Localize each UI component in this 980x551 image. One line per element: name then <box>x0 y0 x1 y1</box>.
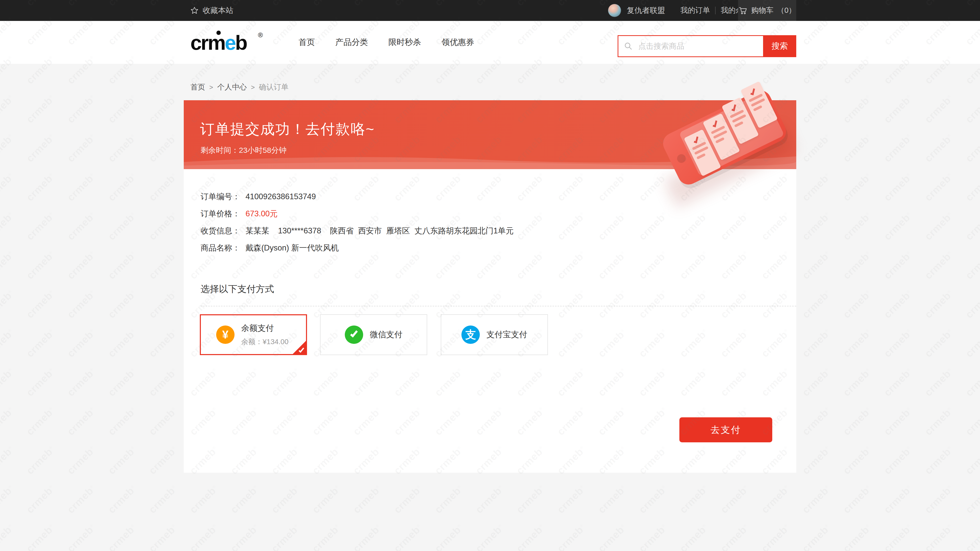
site-logo[interactable]: crmeb ® <box>190 30 257 56</box>
favorite-site-label: 收藏本站 <box>203 5 233 16</box>
order-price-label: 订单价格： <box>200 208 245 219</box>
payment-method-wechat[interactable]: 微信支付 <box>320 314 427 355</box>
registered-mark: ® <box>258 31 263 39</box>
order-price-value: 673.00元 <box>245 208 278 219</box>
nav-flash-sale[interactable]: 限时秒杀 <box>388 37 421 48</box>
payment-method-balance[interactable]: ¥ 余额支付 余额：¥134.00 <box>200 314 307 355</box>
cart-icon <box>738 6 748 15</box>
user-avatar[interactable] <box>608 4 621 17</box>
search-button[interactable]: 搜索 <box>763 35 796 57</box>
shipping-info-label: 收货信息： <box>200 225 245 236</box>
star-icon <box>190 6 199 14</box>
order-number-value: 4100926386153749 <box>245 192 316 201</box>
breadcrumb: 首页 > 个人中心 > 确认订单 <box>190 82 288 92</box>
yuan-coin-icon: ¥ <box>216 326 234 344</box>
my-orders-link[interactable]: 我的订单 <box>680 5 710 16</box>
username[interactable]: 复仇者联盟 <box>627 5 665 16</box>
main-nav: 首页 产品分类 限时秒杀 领优惠券 <box>299 21 474 64</box>
order-result-card: 订单提交成功！去付款咯~ 剩余时间：23小时58分钟 订单编号： 4100926… <box>184 100 796 473</box>
balance-amount: 余额：¥134.00 <box>241 337 288 347</box>
search-icon <box>624 41 633 51</box>
breadcrumb-user-center[interactable]: 个人中心 <box>217 82 247 92</box>
payment-method-alipay[interactable]: 支 支付宝支付 <box>441 314 548 355</box>
breadcrumb-current: 确认订单 <box>259 82 288 92</box>
alipay-icon: 支 <box>461 326 480 344</box>
phone-home-button <box>676 153 687 164</box>
phone-checklist-illustration <box>661 85 789 195</box>
shipping-info-row: 收货信息： 某某某 130****6378 陕西省 西安市 雁塔区 丈八东路胡东… <box>200 222 514 239</box>
search-input[interactable] <box>617 35 763 57</box>
alipay-pay-label: 支付宝支付 <box>487 329 527 340</box>
cart-label: 购物车 <box>751 5 773 16</box>
order-number-row: 订单编号： 4100926386153749 <box>200 188 514 205</box>
cart-count: （0） <box>777 5 796 16</box>
wechat-icon <box>345 326 363 344</box>
breadcrumb-home[interactable]: 首页 <box>190 82 205 92</box>
site-header: crmeb ® 首页 产品分类 限时秒杀 领优惠券 搜索 <box>0 21 980 64</box>
topbar: 收藏本站 复仇者联盟 我的订单 我的余额 购物车（0） <box>0 0 980 21</box>
order-success-banner: 订单提交成功！去付款咯~ 剩余时间：23小时58分钟 <box>184 100 796 169</box>
selected-corner-badge <box>293 341 306 354</box>
order-price-row: 订单价格： 673.00元 <box>200 205 514 222</box>
product-name-value: 戴森(Dyson) 新一代吹风机 <box>245 243 339 253</box>
nav-home[interactable]: 首页 <box>299 37 315 48</box>
topbar-divider <box>715 6 716 14</box>
order-summary: 订单编号： 4100926386153749 订单价格： 673.00元 收货信… <box>200 188 514 256</box>
breadcrumb-separator: > <box>209 83 213 91</box>
go-pay-button[interactable]: 去支付 <box>679 417 772 442</box>
balance-pay-label: 余额支付 <box>241 323 288 334</box>
order-success-title: 订单提交成功！去付款咯~ <box>200 120 375 139</box>
logo-dot <box>216 30 221 35</box>
favorite-site-link[interactable]: 收藏本站 <box>190 0 233 21</box>
nav-product-categories[interactable]: 产品分类 <box>335 37 368 48</box>
dashed-divider <box>200 306 796 306</box>
shipping-info-value: 某某某 130****6378 陕西省 西安市 雁塔区 丈八东路胡东花园北门1单… <box>245 225 514 236</box>
cart-button[interactable]: 购物车（0） <box>738 0 796 21</box>
order-number-label: 订单编号： <box>200 191 245 202</box>
product-name-row: 商品名称： 戴森(Dyson) 新一代吹风机 <box>200 239 514 256</box>
nav-coupons[interactable]: 领优惠券 <box>442 37 474 48</box>
breadcrumb-separator: > <box>251 83 255 91</box>
wechat-pay-label: 微信支付 <box>370 329 402 340</box>
product-name-label: 商品名称： <box>200 243 245 253</box>
payment-section-title: 选择以下支付方式 <box>200 283 274 295</box>
